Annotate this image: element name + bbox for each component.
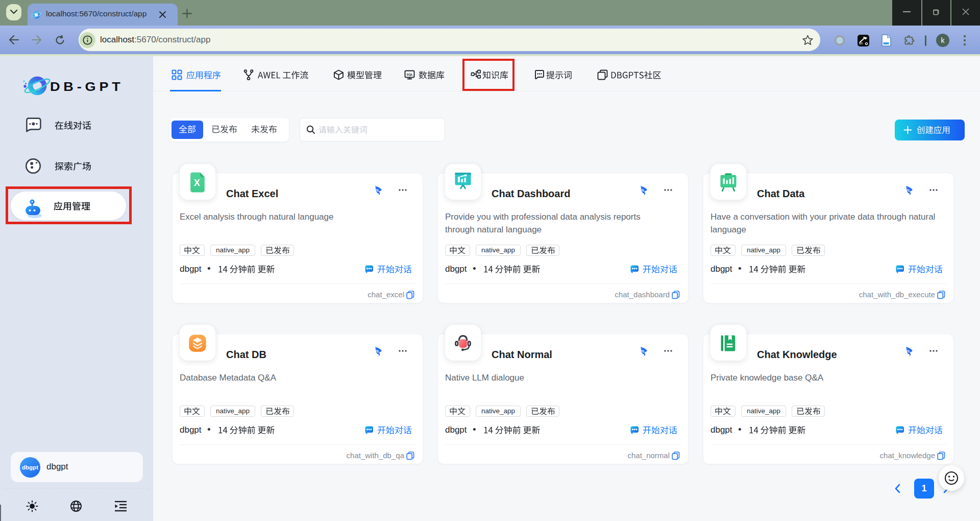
svg-text:en: en [859, 41, 863, 45]
svg-text:SQL: SQL [407, 73, 413, 76]
svg-text:X: X [194, 177, 201, 188]
